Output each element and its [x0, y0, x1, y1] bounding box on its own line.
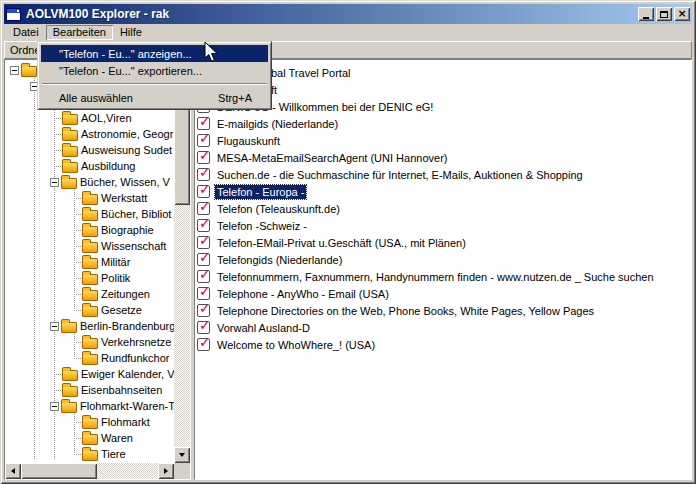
menu-item-exportieren[interactable]: "Telefon - Eu..." exportieren...: [41, 62, 268, 79]
menubar: Datei Bearbeiten Hilfe: [4, 24, 692, 41]
tree-connector: [74, 262, 81, 263]
tree-item-label: Tiere: [101, 448, 126, 460]
tree-item[interactable]: Rundfunkchor: [6, 350, 174, 366]
tree-item[interactable]: Militär: [6, 254, 174, 270]
scroll-down-button[interactable]: [174, 447, 190, 463]
tree-item[interactable]: Politik: [6, 270, 174, 286]
checked-checkbox-icon[interactable]: [197, 185, 210, 198]
horizontal-scroll-thumb[interactable]: [21, 463, 97, 479]
checked-checkbox-icon[interactable]: [197, 253, 210, 266]
app-window: AOLVM100 Explorer - rak × Datei Bearbeit…: [0, 0, 696, 484]
maximize-button[interactable]: [656, 7, 672, 21]
tree-item-label: Bücher, Bibliot: [101, 208, 171, 220]
minimize-button[interactable]: [638, 7, 654, 21]
collapse-minus-icon[interactable]: [50, 322, 59, 331]
mouse-cursor-icon: [204, 42, 226, 64]
list-item[interactable]: Telefon -Schweiz -: [197, 217, 691, 234]
menu-item-anzeigen[interactable]: "Telefon - Eu..." anzeigen...: [41, 45, 268, 62]
checked-checkbox-icon[interactable]: [197, 134, 210, 147]
tree-horizontal-scrollbar[interactable]: [5, 463, 174, 479]
tree-connector: [74, 278, 81, 279]
menu-item-alle-auswaehlen[interactable]: Alle auswählen Strg+A: [41, 89, 268, 106]
folder-icon: [61, 178, 77, 189]
tree-item[interactable]: Werkstatt: [6, 190, 174, 206]
tree-item-label: Waren: [101, 432, 133, 444]
checked-checkbox-icon[interactable]: [197, 321, 210, 334]
tree-item[interactable]: Bücher, Bibliot: [6, 206, 174, 222]
list-item[interactable]: Flugauskunft: [197, 132, 691, 149]
list-item[interactable]: Suchen.de - die Suchmaschine für Interne…: [197, 166, 691, 183]
list-item[interactable]: Telefonnummern, Faxnummern, Handynummern…: [197, 268, 691, 285]
maximize-icon: [660, 11, 668, 18]
checked-checkbox-icon[interactable]: [197, 168, 210, 181]
checked-checkbox-icon[interactable]: [197, 219, 210, 232]
menu-datei[interactable]: Datei: [6, 25, 46, 40]
menu-bearbeiten[interactable]: Bearbeiten: [46, 25, 113, 40]
checked-checkbox-icon[interactable]: [197, 270, 210, 283]
checked-checkbox-icon[interactable]: [197, 151, 210, 164]
tree-item[interactable]: Tiere: [6, 446, 174, 462]
tree-item[interactable]: Berlin-Brandenburg: [6, 318, 174, 334]
tree-connector: [74, 230, 81, 231]
list-item[interactable]: Telefon-EMail-Privat u.Geschäft (USA., m…: [197, 234, 691, 251]
tree-item[interactable]: Verkehrsnetze: [6, 334, 174, 350]
list-item-label: Welcome to WhoWhere_! (USA): [215, 338, 377, 352]
tree-item-label: Militär: [101, 256, 130, 268]
folder-icon: [21, 66, 37, 77]
tree-item[interactable]: Gesetze: [6, 302, 174, 318]
list-item-label: Telephone Directories on the Web, Phone …: [215, 304, 596, 318]
tree-item[interactable]: Wissenschaft: [6, 238, 174, 254]
checked-checkbox-icon[interactable]: [197, 287, 210, 300]
tree-connector: [74, 358, 81, 359]
list-item[interactable]: Vorwahl Ausland-D: [197, 319, 691, 336]
checked-checkbox-icon[interactable]: [197, 236, 210, 249]
tree-item-label: Eisenbahnseiten: [81, 384, 162, 396]
tree-vertical-scrollbar[interactable]: [174, 60, 190, 463]
list-item[interactable]: E-mailgids (Niederlande): [197, 115, 691, 132]
list-item[interactable]: Welcome to WhoWhere_! (USA): [197, 336, 691, 353]
list-item-label: E-mailgids (Niederlande): [215, 117, 340, 131]
list-item[interactable]: Telefongids (Niederlande): [197, 251, 691, 268]
tree-item[interactable]: Astronomie, Geogr: [6, 126, 174, 142]
tree-item[interactable]: Ausweisung Sudet: [6, 142, 174, 158]
tree-item[interactable]: Biographie: [6, 222, 174, 238]
tree-connector: [54, 118, 61, 119]
checked-checkbox-icon[interactable]: [197, 117, 210, 130]
collapse-minus-icon[interactable]: [50, 402, 59, 411]
list-item[interactable]: Telephone Directories on the Web, Phone …: [197, 302, 691, 319]
menu-hilfe[interactable]: Hilfe: [113, 25, 149, 40]
tree-item[interactable]: Flohmarkt-Waren-T: [6, 398, 174, 414]
folder-icon: [82, 210, 98, 221]
close-button[interactable]: ×: [674, 7, 690, 21]
menu-separator: [42, 83, 267, 85]
folder-tree-panel: AOL,VirenAstronomie, GeogrAusweisung Sud…: [4, 59, 191, 480]
tree-connector: [74, 438, 81, 439]
list-item[interactable]: MESA-MetaEmailSearchAgent (UNI Hannover): [197, 149, 691, 166]
collapse-minus-icon[interactable]: [10, 66, 19, 75]
tree-item[interactable]: AOL,Viren: [6, 110, 174, 126]
tree-item[interactable]: Waren: [6, 430, 174, 446]
tree-item-label: Zeitungen: [101, 288, 150, 300]
tree-item[interactable]: Ewiger Kalender, V: [6, 366, 174, 382]
tree-item[interactable]: Ausbildung: [6, 158, 174, 174]
collapse-minus-icon[interactable]: [50, 178, 59, 187]
list-item-label: MESA-MetaEmailSearchAgent (UNI Hannover): [215, 151, 449, 165]
list-item[interactable]: Telephone - AnyWho - Email (USA): [197, 285, 691, 302]
tree-connector: [74, 294, 81, 295]
folder-icon: [62, 114, 78, 125]
checked-checkbox-icon[interactable]: [197, 304, 210, 317]
folder-icon: [82, 258, 98, 269]
tree-item[interactable]: Zeitungen: [6, 286, 174, 302]
scroll-left-button[interactable]: [5, 463, 21, 479]
tree-item[interactable]: Bücher, Wissen, V: [6, 174, 174, 190]
tree-connector: [54, 390, 61, 391]
tree-item-label: Wissenschaft: [101, 240, 166, 252]
close-icon: ×: [677, 9, 686, 19]
list-item[interactable]: Telefon (Teleauskunft.de): [197, 200, 691, 217]
tree-item[interactable]: Eisenbahnseiten: [6, 382, 174, 398]
list-item[interactable]: Telefon - Europa -: [197, 183, 691, 200]
checked-checkbox-icon[interactable]: [197, 338, 210, 351]
checked-checkbox-icon[interactable]: [197, 202, 210, 215]
tree-item[interactable]: Flohmarkt: [6, 414, 174, 430]
scroll-right-button[interactable]: [158, 463, 174, 479]
